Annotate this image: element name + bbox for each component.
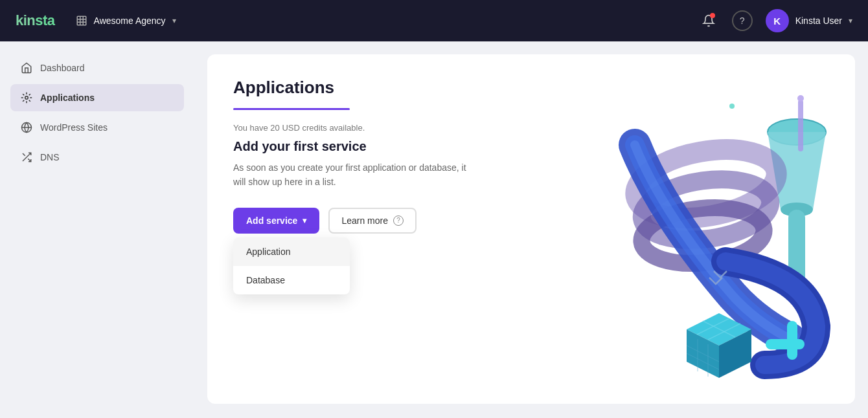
logo-accent: sta	[35, 12, 54, 28]
agency-name: Awesome Agency	[94, 16, 166, 26]
svg-point-5	[25, 96, 29, 100]
topnav: kinsta Awesome Agency ▾ ? K	[0, 0, 868, 41]
content-area: Applications You have 20 USD credits ava…	[194, 41, 868, 418]
isometric-svg	[596, 80, 842, 391]
svg-rect-31	[798, 100, 803, 151]
sidebar-item-dashboard[interactable]: Dashboard	[10, 54, 184, 82]
svg-rect-19	[766, 339, 805, 349]
svg-point-32	[797, 95, 804, 102]
help-icon: ?	[740, 16, 745, 26]
svg-point-10	[729, 104, 735, 109]
learn-more-info-icon: ?	[393, 215, 404, 226]
agency-selector[interactable]: Awesome Agency ▾	[76, 15, 176, 27]
topnav-left: kinsta Awesome Agency ▾	[16, 12, 176, 29]
svg-line-9	[23, 153, 25, 156]
illustration	[596, 80, 842, 391]
avatar: K	[766, 9, 789, 32]
user-name: Kinsta User	[795, 16, 842, 26]
wordpress-icon	[21, 122, 32, 133]
sidebar-item-dashboard-label: Dashboard	[40, 63, 85, 73]
add-service-label: Add service	[246, 215, 297, 226]
sidebar-item-wordpress[interactable]: WordPress Sites	[10, 114, 184, 141]
sidebar-item-applications[interactable]: Applications	[10, 84, 184, 111]
add-service-button[interactable]: Add service ▾	[233, 208, 319, 234]
dropdown-application-label: Application	[246, 247, 291, 257]
content-card: Applications You have 20 USD credits ava…	[207, 54, 855, 404]
dropdown-database-label: Database	[246, 275, 285, 285]
topnav-right: ? K Kinsta User ▾	[698, 9, 852, 32]
sidebar: Dashboard Applications WordPress Sites D…	[0, 41, 194, 418]
svg-rect-0	[77, 16, 86, 25]
kinsta-logo: kinsta	[16, 12, 55, 29]
learn-more-button[interactable]: Learn more ?	[328, 208, 417, 234]
sidebar-item-dns-label: DNS	[40, 152, 60, 162]
user-menu[interactable]: K Kinsta User ▾	[766, 9, 852, 32]
notification-button[interactable]	[698, 10, 719, 31]
user-chevron-icon: ▾	[849, 16, 852, 25]
agency-chevron-icon: ▾	[172, 16, 176, 25]
logo-text: kin	[16, 12, 35, 28]
main-layout: Dashboard Applications WordPress Sites D…	[0, 41, 868, 418]
title-underline	[233, 108, 350, 110]
add-service-dropdown: Application Database	[233, 237, 350, 294]
dropdown-item-application[interactable]: Application	[233, 237, 350, 266]
notification-dot	[710, 13, 715, 18]
sidebar-item-applications-label: Applications	[40, 93, 95, 103]
building-icon	[76, 15, 87, 27]
sidebar-item-wordpress-label: WordPress Sites	[40, 122, 108, 133]
sidebar-item-dns[interactable]: DNS	[10, 144, 184, 171]
learn-more-label: Learn more	[341, 215, 388, 226]
first-service-description: As soon as you create your first applica…	[233, 160, 479, 190]
dropdown-item-database[interactable]: Database	[233, 266, 350, 294]
home-icon	[21, 62, 32, 74]
help-button[interactable]: ?	[732, 10, 753, 31]
applications-icon	[21, 92, 32, 104]
dns-icon	[21, 151, 32, 163]
add-service-chevron-icon: ▾	[303, 216, 306, 225]
